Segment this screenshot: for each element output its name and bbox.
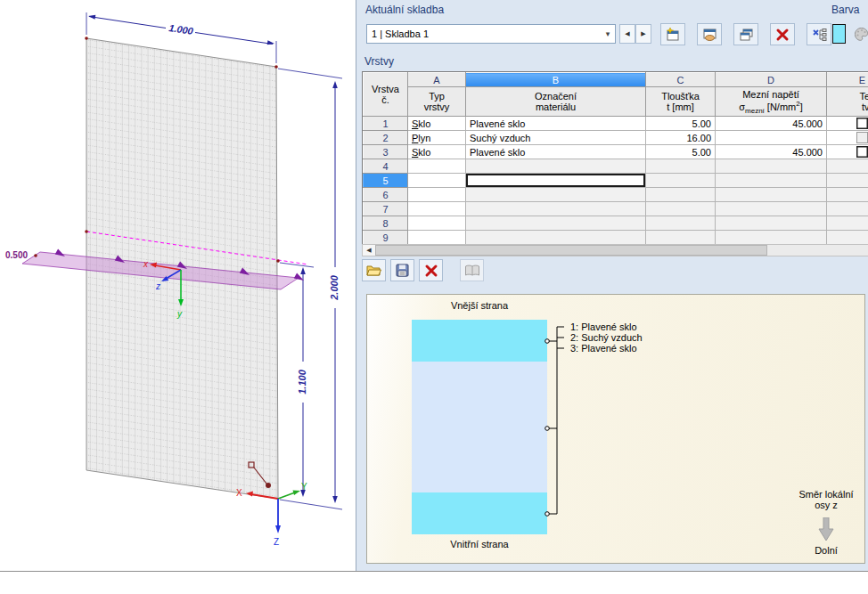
typ-cell[interactable] — [408, 231, 466, 245]
inner-side-label: Vnitřní strana — [412, 539, 547, 549]
outer-side-label: Vnější strana — [412, 300, 547, 311]
local-axis-y-label: y — [176, 309, 183, 319]
column-header-D[interactable]: D — [716, 73, 827, 87]
row-number[interactable]: 8 — [364, 216, 408, 231]
composition-prev-button[interactable]: ◀ — [619, 24, 635, 44]
local-axis-x-label: x — [143, 259, 149, 269]
layers-group-title: Vrstvy — [364, 55, 394, 68]
scrollbar-thumb[interactable] — [375, 245, 767, 256]
limit-stress-cell — [716, 231, 827, 245]
column-header-B[interactable]: B — [466, 73, 646, 87]
local-axis-z-label: z — [155, 281, 160, 291]
material-cell[interactable]: Plavené sklo — [466, 117, 646, 131]
thickness-cell — [646, 188, 716, 202]
table-row: 7 — [364, 202, 868, 216]
composition-next-button[interactable]: ▶ — [635, 24, 651, 44]
material-cell[interactable]: Plavené sklo — [466, 145, 646, 159]
tempered-cell — [827, 174, 868, 188]
row-number-selected[interactable]: 5 — [364, 174, 408, 188]
limit-stress-cell — [716, 216, 827, 231]
material-cell — [466, 188, 646, 202]
row-number[interactable]: 7 — [364, 202, 408, 216]
global-axis-x-label: X — [236, 488, 242, 498]
material-cell[interactable]: Suchý vzduch — [466, 131, 646, 145]
header-tepelne-tvrzene: Tepelnětvrzené — [827, 87, 868, 117]
tempered-cell — [827, 202, 868, 216]
header-oznaceni-materialu: Označenímateriálu — [466, 87, 646, 117]
composition-combobox[interactable]: 1 | Skladba 1 ▾ — [366, 24, 616, 44]
delete-icon — [775, 28, 790, 42]
new-composition-button[interactable] — [660, 23, 685, 45]
layers-table: Vrstvač. A B C D E Typvrstvy Označenímat… — [362, 71, 868, 246]
organize-compositions-button[interactable] — [807, 23, 831, 45]
palette-icon — [854, 27, 868, 42]
scroll-left-arrow-icon[interactable]: ◀ — [363, 245, 376, 256]
open-composition-button[interactable] — [362, 259, 386, 281]
column-header-E[interactable]: E — [827, 73, 868, 87]
typ-cell[interactable] — [408, 174, 466, 188]
row-number[interactable]: 6 — [364, 188, 408, 202]
gas-layer-2 — [412, 362, 547, 492]
typ-cell[interactable] — [408, 159, 466, 174]
rename-composition-button[interactable] — [697, 23, 722, 45]
typ-cell[interactable]: Sklo — [408, 145, 466, 159]
tempered-cell — [827, 117, 868, 131]
tempered-cell — [827, 216, 868, 231]
legend-item: 1: Plavené sklo — [570, 321, 637, 332]
save-floppy-icon — [396, 264, 409, 277]
thickness-cell — [646, 216, 716, 231]
copy-icon — [739, 28, 754, 42]
composition-color-swatch[interactable] — [832, 24, 846, 44]
table-horizontal-scrollbar[interactable]: ◀ — [362, 244, 868, 256]
typ-cell[interactable]: Sklo — [408, 117, 466, 131]
rf-glass-dialog: 1.000 2.000 1.100 0.500 — [0, 0, 868, 594]
row-number[interactable]: 4 — [364, 159, 408, 174]
legend-item: 3: Plavené sklo — [570, 343, 637, 354]
thickness-cell[interactable]: 5.00 — [646, 145, 716, 159]
copy-composition-button[interactable] — [733, 23, 758, 45]
dim-section-value: 1.100 — [297, 369, 307, 394]
legend-item: 2: Suchý vzduch — [570, 332, 643, 343]
dim-width-value: 1.000 — [168, 22, 195, 37]
header-mezni-napeti: Mezní napětí σmezní [N/mm2] — [716, 87, 827, 117]
composition-combobox-value: 1 | Skladba 1 — [367, 28, 601, 39]
typ-cell[interactable] — [408, 202, 466, 216]
thickness-cell — [646, 159, 716, 174]
tempered-cell — [827, 145, 868, 159]
typ-cell[interactable] — [408, 216, 466, 231]
typ-cell[interactable] — [408, 188, 466, 202]
open-folder-icon — [366, 264, 381, 277]
header-typ-vrstvy: Typvrstvy — [408, 87, 466, 117]
row-number[interactable]: 2 — [364, 131, 408, 145]
material-cell — [466, 231, 646, 245]
down-arrow-icon — [817, 517, 835, 542]
chevron-down-icon[interactable]: ▾ — [601, 29, 615, 38]
tempered-checkbox[interactable] — [856, 146, 868, 158]
hierarchy-icon — [812, 28, 827, 42]
tempered-checkbox[interactable] — [856, 118, 868, 129]
limit-stress-cell[interactable]: 45.000 — [716, 117, 827, 131]
material-cell — [466, 159, 646, 174]
glass-layer-3 — [412, 492, 547, 534]
local-axis-direction-label: Směr lokálníosy z — [773, 489, 868, 510]
save-composition-button[interactable] — [390, 259, 414, 281]
limit-stress-cell[interactable]: 45.000 — [716, 145, 827, 159]
color-group-title: Barva — [831, 4, 859, 16]
row-number[interactable]: 9 — [364, 231, 408, 245]
typ-cell[interactable]: Plyn — [408, 131, 466, 145]
row-number[interactable]: 3 — [364, 145, 408, 159]
thickness-cell[interactable]: 5.00 — [646, 117, 716, 131]
model-viewport[interactable]: 1.000 2.000 1.100 0.500 — [0, 0, 356, 571]
dim-height-value: 2.000 — [329, 274, 340, 300]
library-button[interactable] — [460, 259, 484, 281]
delete-composition-button[interactable] — [770, 23, 795, 45]
table-row: 1 Sklo Plavené sklo 5.00 45.000 — [364, 117, 868, 131]
limit-stress-cell[interactable] — [716, 131, 827, 145]
row-number[interactable]: 1 — [364, 117, 408, 131]
column-header-C[interactable]: C — [646, 73, 716, 87]
column-header-A[interactable]: A — [408, 73, 466, 87]
composition-preview: Vnější strana Vnitřní strana 1: Plavené … — [366, 294, 865, 564]
thickness-cell[interactable]: 16.00 — [646, 131, 716, 145]
delete-layers-button[interactable] — [419, 259, 443, 281]
material-cell-focused[interactable] — [466, 174, 646, 188]
